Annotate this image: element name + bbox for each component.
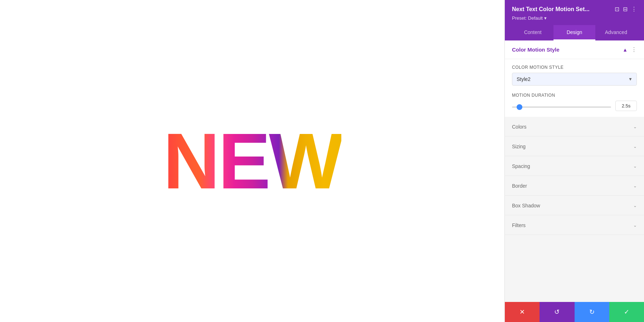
panel-body: Color Motion Style ▲ ⋮ Color Motion Styl…	[505, 40, 644, 302]
style-select[interactable]: Style1 Style2 Style3	[512, 73, 637, 86]
box-shadow-section-header[interactable]: Box Shadow ⌄	[505, 196, 644, 215]
section-main-header: Color Motion Style ▲ ⋮	[505, 40, 644, 59]
duration-slider-row: 2.5s	[512, 101, 637, 111]
collapsible-sections-list: Colors ⌄ Sizing ⌄ Spacing ⌄ Border	[505, 117, 644, 235]
panel-title: Next Text Color Motion Set...	[512, 6, 590, 13]
more-options-icon[interactable]: ⋮	[631, 6, 637, 13]
panel-header: Next Text Color Motion Set... ⊡ ⊟ ⋮ Pres…	[505, 0, 644, 40]
canvas-text: NEW	[163, 122, 341, 201]
preset-label[interactable]: Preset: Default ▾	[512, 15, 637, 21]
border-section-title: Border	[512, 183, 527, 189]
spacing-section-title: Spacing	[512, 163, 530, 169]
confirm-button[interactable]: ✓	[609, 302, 644, 322]
border-chevron-icon: ⌄	[633, 183, 637, 188]
expand-icon[interactable]: ⊡	[615, 6, 619, 13]
panel-toolbar: ✕ ↺ ↻ ✓	[505, 302, 644, 322]
sizing-section-title: Sizing	[512, 144, 526, 149]
spacing-section-header[interactable]: Spacing ⌄	[505, 157, 644, 176]
duration-slider[interactable]	[512, 106, 611, 108]
duration-field-label: Motion Duration	[512, 93, 637, 98]
panel-tabs: Content Design Advanced	[512, 25, 637, 40]
layout-icon[interactable]: ⊟	[623, 6, 628, 13]
style-field-label: Color Motion Style	[512, 65, 637, 70]
duration-value: 2.5s	[615, 101, 637, 111]
settings-panel: Next Text Color Motion Set... ⊡ ⊟ ⋮ Pres…	[504, 0, 644, 322]
duration-slider-container	[512, 103, 611, 109]
section-collapse-icon[interactable]: ▲	[623, 47, 628, 53]
color-motion-style-section: Color Motion Style ▲ ⋮ Color Motion Styl…	[505, 40, 644, 117]
section-content: Color Motion Style Style1 Style2 Style3 …	[505, 59, 644, 117]
panel-header-icons: ⊡ ⊟ ⋮	[615, 6, 637, 13]
colors-chevron-icon: ⌄	[633, 124, 637, 129]
sizing-chevron-icon: ⌄	[633, 144, 637, 149]
sizing-section-header[interactable]: Sizing ⌄	[505, 137, 644, 156]
colors-section: Colors ⌄	[505, 117, 644, 136]
panel-resize-handle[interactable]	[363, 0, 365, 322]
section-main-title: Color Motion Style	[512, 47, 560, 53]
colors-section-header[interactable]: Colors ⌄	[505, 117, 644, 136]
section-more-icon[interactable]: ⋮	[631, 46, 637, 53]
tab-design[interactable]: Design	[553, 25, 595, 40]
filters-chevron-icon: ⌄	[633, 223, 637, 228]
section-header-icons: ▲ ⋮	[623, 46, 637, 53]
reset-fwd-button[interactable]: ↻	[575, 302, 609, 322]
colors-section-title: Colors	[512, 124, 526, 130]
filters-section-header[interactable]: Filters ⌄	[505, 216, 644, 235]
border-section-header[interactable]: Border ⌄	[505, 177, 644, 196]
sizing-section: Sizing ⌄	[505, 137, 644, 156]
cancel-button[interactable]: ✕	[505, 302, 540, 322]
tab-advanced[interactable]: Advanced	[595, 25, 637, 40]
tab-content[interactable]: Content	[512, 25, 553, 40]
border-section: Border ⌄	[505, 177, 644, 196]
reset-back-button[interactable]: ↺	[540, 302, 574, 322]
style-select-wrapper: Style1 Style2 Style3 ▼	[512, 73, 637, 86]
box-shadow-section: Box Shadow ⌄	[505, 196, 644, 215]
canvas-area: NEW	[0, 0, 504, 322]
filters-section: Filters ⌄	[505, 216, 644, 235]
box-shadow-section-title: Box Shadow	[512, 203, 540, 208]
spacing-section: Spacing ⌄	[505, 157, 644, 176]
box-shadow-chevron-icon: ⌄	[633, 203, 637, 208]
spacing-chevron-icon: ⌄	[633, 164, 637, 169]
filters-section-title: Filters	[512, 222, 526, 228]
